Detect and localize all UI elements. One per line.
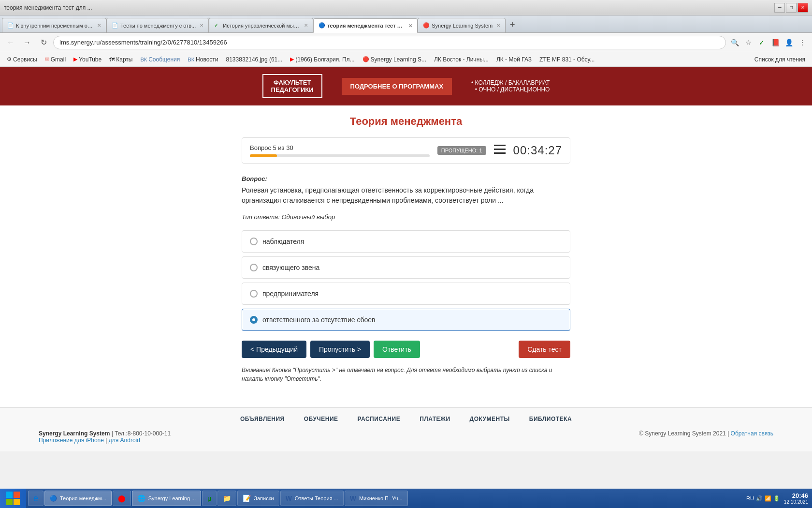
footer-ios-link[interactable]: Приложение для iPhone <box>39 437 104 444</box>
taskbar-word2-item[interactable]: W Михненко П -Уч... <box>345 491 408 506</box>
bookmark-reading-list[interactable]: Список для чтения <box>752 55 808 64</box>
tab-favicon-2: 📄 <box>112 22 118 29</box>
bookmark-lk-gaz[interactable]: ЛК - Мой ГАЗ <box>493 55 535 64</box>
footer-company: Synergy Learning System <box>39 430 110 437</box>
answer-button[interactable]: Ответить <box>374 341 420 358</box>
reload-button[interactable]: ↻ <box>37 36 50 49</box>
taskbar-utorrent-item[interactable]: μ <box>202 491 217 506</box>
taskbar-notes-item[interactable]: 📝 Записки <box>237 491 279 506</box>
taskbar-battery-icon[interactable]: 🔋 <box>773 495 780 502</box>
footer-link-announcements[interactable]: ОБЪЯВЛЕНИЯ <box>240 416 285 422</box>
answer-option-2-text: связующего звена <box>262 264 319 271</box>
taskbar-date: 12.10.2021 <box>784 499 808 505</box>
footer-link-documents[interactable]: ДОКУМЕНТЫ <box>470 416 510 422</box>
bookmark-gmail-label: Gmail <box>51 56 66 63</box>
tab-close-5[interactable]: ✕ <box>496 23 500 28</box>
bookmark-youtube-label: YouTube <box>79 56 102 63</box>
tab-close-1[interactable]: ✕ <box>97 23 101 28</box>
answer-option-4[interactable]: ответственного за отсутствие сбоев <box>242 309 570 331</box>
reading-list-label: Список для чтения <box>754 56 805 63</box>
tab-5[interactable]: 🔴 Synergy Learning System ✕ <box>418 18 506 32</box>
bookmark-video[interactable]: ▶ (1966) Болгария. Пл... <box>287 55 357 64</box>
tab-close-2[interactable]: ✕ <box>200 23 203 28</box>
footer-link-schedule[interactable]: РАСПИСАНИЕ <box>358 416 401 422</box>
star-icon[interactable]: ☆ <box>742 37 754 48</box>
search-icon[interactable]: 🔍 <box>729 37 740 48</box>
taskbar-chrome-item[interactable]: 🌐 Synergy Learning ... <box>132 491 201 506</box>
skip-button[interactable]: Пропустить > <box>310 341 370 358</box>
address-input[interactable] <box>53 36 726 49</box>
close-button[interactable]: ✕ <box>798 3 808 13</box>
tab-3[interactable]: ✓ История управленческой мыс... ✕ <box>209 18 313 32</box>
account-icon[interactable]: 👤 <box>783 37 795 48</box>
minimize-button[interactable]: ─ <box>774 3 785 13</box>
bookmark-maps[interactable]: 🗺 Карты <box>106 55 135 64</box>
bookmark-photo[interactable]: 8133832146.jpg (61... <box>223 55 286 64</box>
taskbar-chrome-label: Synergy Learning ... <box>148 495 196 501</box>
answer-option-2[interactable]: связующего звена <box>242 256 570 279</box>
bookmark-zte[interactable]: ZTE MF 831 - Обсу... <box>536 55 597 64</box>
back-button[interactable]: ← <box>4 36 17 49</box>
footer-link-education[interactable]: ОБУЧЕНИЕ <box>304 416 338 422</box>
taskbar-folder-item[interactable]: 📁 <box>218 491 236 506</box>
prev-button[interactable]: < Предыдущий <box>242 341 306 358</box>
question-list-icon[interactable] <box>494 145 506 157</box>
tab-close-3[interactable]: ✕ <box>304 23 308 28</box>
tab-4[interactable]: 🔵 теория менеджмента тест для ... ✕ <box>313 18 418 33</box>
tab-favicon-1: 📄 <box>7 22 14 29</box>
banner-faculty-label: ФАКУЛЬТЕТПЕДАГОГИКИ <box>271 79 314 93</box>
bookmark-services[interactable]: ⚙ Сервисы <box>4 55 40 64</box>
maps-icon: 🗺 <box>109 57 115 62</box>
bookmark-video-label: (1966) Болгария. Пл... <box>295 56 354 63</box>
submit-button[interactable]: Сдать тест <box>519 341 570 358</box>
bookmark-synergy[interactable]: 🔴 Synergy Learning S... <box>360 55 429 64</box>
tab-1[interactable]: 📄 К внутренним переменным ор... ✕ <box>2 18 106 32</box>
footer-right: © Synergy Learning System 2021 | Обратна… <box>639 430 773 437</box>
taskbar: e 🔵 Теория менеджм... ⬤ 🌐 Synergy Learni… <box>0 489 812 508</box>
bookmark-messages[interactable]: ВК Сообщения <box>137 55 183 64</box>
bookmark-gmail[interactable]: ✉ Gmail <box>42 55 69 64</box>
pdf-icon[interactable]: 📕 <box>769 37 781 48</box>
taskbar-volume-icon[interactable]: 🔊 <box>756 495 763 502</box>
start-button[interactable] <box>0 489 26 508</box>
warning-text: Внимание! Кнопка "Пропустить >" не отвеч… <box>242 366 570 383</box>
menu-icon[interactable]: ⋮ <box>797 37 808 48</box>
banner-faculty-btn[interactable]: ФАКУЛЬТЕТПЕДАГОГИКИ <box>262 74 322 98</box>
question-label: Вопрос: <box>242 175 570 182</box>
windows-logo <box>6 491 20 506</box>
tab-label-3: История управленческой мыс... <box>223 23 300 29</box>
quiz-container: Теория менеджмента Вопрос 5 из 30 ПРОПУЩ… <box>232 105 580 407</box>
taskbar-items: e 🔵 Теория менеджм... ⬤ 🌐 Synergy Learni… <box>26 491 742 506</box>
footer-feedback-link[interactable]: Обратная связь <box>731 430 773 437</box>
footer-link-library[interactable]: БИБЛИОТЕКА <box>529 416 572 422</box>
maximize-button[interactable]: □ <box>786 3 797 13</box>
taskbar-word1-item[interactable]: W Ответы Теория ... <box>280 491 344 506</box>
taskbar-network-icon[interactable]: 📶 <box>765 495 771 502</box>
bookmark-youtube[interactable]: ▶ YouTube <box>71 55 104 64</box>
answer-option-1[interactable]: наблюдателя <box>242 230 570 253</box>
quiz-title: Теория менеджмента <box>242 115 570 128</box>
footer-android-link[interactable]: для Android <box>109 437 140 444</box>
taskbar-notes-label: Записки <box>254 495 274 501</box>
bookmark-news-label: Новости <box>196 56 218 63</box>
bookmark-lk-vostok[interactable]: ЛК Восток - Личны... <box>431 55 492 64</box>
taskbar-word2-label: Михненко П -Уч... <box>359 495 403 501</box>
banner-programs-label: ПОДРОБНЕЕ О ПРОГРАММАХ <box>350 83 444 90</box>
new-tab-button[interactable]: + <box>506 18 519 31</box>
bookmark-news[interactable]: ВК Новости <box>185 55 221 64</box>
tab-2[interactable]: 📄 Тесты по менеджменту с отв... ✕ <box>106 18 209 32</box>
tab-favicon-3: ✓ <box>214 22 221 29</box>
footer-link-payments[interactable]: ПЛАТЕЖИ <box>420 416 450 422</box>
ie-icon: e <box>33 493 38 504</box>
banner-programs-btn[interactable]: ПОДРОБНЕЕ О ПРОГРАММАХ <box>342 78 452 95</box>
forward-button[interactable]: → <box>20 36 34 49</box>
radio-3 <box>250 290 258 298</box>
taskbar-opera-item[interactable]: ⬤ <box>113 491 131 506</box>
services-icon: ⚙ <box>7 56 12 62</box>
taskbar-ie-icon[interactable]: e <box>28 491 44 506</box>
taskbar-theory-item[interactable]: 🔵 Теория менеджм... <box>44 491 112 506</box>
tab-close-4[interactable]: ✕ <box>408 23 412 29</box>
answer-option-3[interactable]: предпринимателя <box>242 283 570 305</box>
browser-title: теория менеджмента тест для ... <box>4 4 92 11</box>
video-icon: ▶ <box>290 56 294 62</box>
